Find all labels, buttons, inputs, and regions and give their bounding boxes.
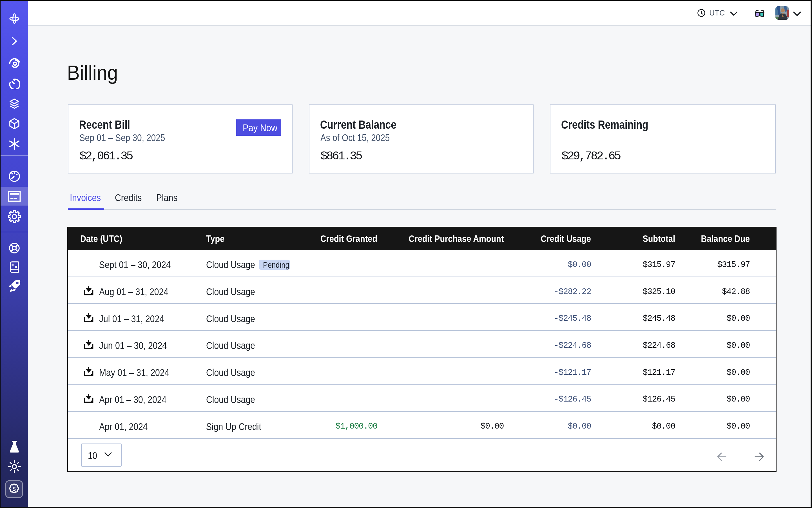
svg-text:$: $ xyxy=(12,486,15,492)
